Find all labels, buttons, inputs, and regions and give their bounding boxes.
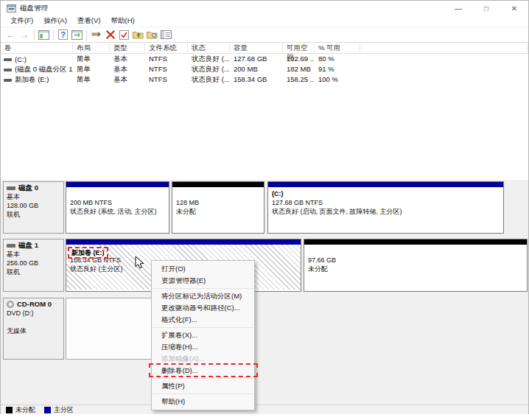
action-pointer-icon[interactable] — [89, 29, 103, 41]
menu-item-extend-volume[interactable]: 扩展卷(X)... — [152, 329, 254, 341]
back-icon[interactable]: ← — [4, 29, 18, 41]
disk-type: 基本 — [7, 250, 61, 259]
toolbar: ← → ? — [1, 27, 528, 43]
minimize-button[interactable]: — — [444, 1, 472, 15]
partition-c-drive[interactable]: (C:) 127.68 GB NTFS 状态良好 (启动, 页面文件, 故障转储… — [267, 181, 504, 234]
folder-up-icon[interactable] — [131, 29, 145, 41]
table-cell[interactable]: 状态良好 (... — [188, 64, 230, 74]
app-icon — [7, 4, 16, 13]
details-pane-icon[interactable] — [159, 29, 173, 41]
table-cell[interactable]: 200 MB — [230, 64, 283, 74]
table-cell[interactable]: 158.34 GB — [230, 74, 283, 85]
disk-0-label-panel[interactable]: 磁盘 0 基本 128.00 GB 联机 — [3, 181, 64, 234]
volume-icon — [4, 58, 12, 61]
table-cell[interactable]: NTFS — [145, 54, 188, 64]
menu-file[interactable]: 文件(F) — [5, 16, 38, 26]
column-header-filesystem[interactable]: 文件系统 — [145, 43, 188, 54]
table-cell[interactable]: 91 % — [315, 64, 360, 74]
table-cell[interactable]: 158.25 ... — [283, 74, 315, 85]
column-header-free-space[interactable]: 可用空间 — [283, 43, 315, 54]
delete-volume-icon[interactable] — [103, 29, 117, 41]
properties-check-icon[interactable] — [117, 29, 131, 41]
mouse-cursor — [135, 256, 144, 270]
primary-partition-bar — [66, 182, 169, 187]
table-cell[interactable]: 简单 — [73, 74, 110, 85]
partition-system-200mb[interactable]: 200 MB NTFS 状态良好 (系统, 活动, 主分区) — [66, 181, 169, 234]
forward-icon[interactable]: → — [18, 29, 32, 41]
table-cell[interactable]: NTFS — [145, 64, 188, 74]
toolbar-separator — [86, 29, 87, 41]
table-cell[interactable]: 状态良好 (... — [188, 74, 230, 85]
cdrom-0-row: CD-ROM 0 DVD (D:) 无媒体 — [3, 298, 516, 360]
menu-separator — [153, 327, 253, 328]
menu-item-change-drive-letter[interactable]: 更改驱动器号和路径(C)... — [152, 302, 254, 314]
folder-view-icon[interactable] — [145, 29, 159, 41]
menu-separator — [153, 288, 253, 289]
table-cell[interactable]: NTFS — [145, 74, 188, 85]
table-row-volume-name[interactable]: (磁盘 0 磁盘分区 1) — [1, 64, 73, 74]
unallocated-partition-bar — [172, 182, 264, 187]
menu-item-format[interactable]: 格式化(F)... — [152, 314, 254, 326]
disk-1-row: 磁盘 1 基本 256.00 GB 联机 新加卷 (E:) 158.34 GB … — [3, 239, 528, 292]
menu-item-properties[interactable]: 属性(P) — [152, 380, 254, 392]
menu-item-add-mirror: 添加镜像(A)... — [152, 353, 254, 365]
menu-view[interactable]: 查看(V) — [72, 16, 106, 26]
table-cell[interactable]: 简单 — [73, 54, 110, 64]
table-row-volume-name[interactable]: (C:) — [1, 54, 73, 64]
graphical-view-pane: 磁盘 0 基本 128.00 GB 联机 200 MB NTFS 状态良好 (系… — [1, 180, 528, 405]
table-cell[interactable]: 基本 — [110, 74, 145, 85]
menu-item-mark-active[interactable]: 将分区标记为活动分区(M) — [152, 290, 254, 302]
table-cell[interactable]: 127.68 GB — [230, 54, 283, 64]
disk-status: 联机 — [7, 210, 61, 219]
volume-list-pane: 卷 布局 类型 文件系统 状态 容量 可用空间 % 可用 (C:) 简单 基本 … — [1, 43, 528, 180]
maximize-button[interactable]: □ — [472, 1, 500, 15]
column-header-capacity[interactable]: 容量 — [230, 43, 283, 54]
disk-type: 基本 — [7, 192, 61, 201]
menu-help[interactable]: 帮助(H) — [105, 16, 139, 26]
table-cell[interactable]: 基本 — [110, 54, 145, 64]
table-cell[interactable]: 简单 — [73, 64, 110, 74]
legend-unallocated-swatch — [6, 407, 13, 413]
partition-unallocated-128mb[interactable]: 128 MB 未分配 — [172, 181, 264, 234]
column-header-layout[interactable]: 布局 — [73, 43, 110, 54]
table-cell-empty — [360, 74, 528, 85]
menu-item-delete-volume[interactable]: 删除卷(D)... — [152, 365, 254, 377]
menu-item-help[interactable]: 帮助(H) — [152, 396, 254, 407]
menu-action[interactable]: 操作(A) — [38, 16, 72, 26]
table-row-volume-name[interactable]: 新加卷 (E:) — [1, 74, 73, 85]
partition-unallocated-97gb[interactable]: 97.66 GB 未分配 — [304, 239, 528, 292]
primary-partition-bar — [268, 182, 503, 187]
disk-status: 联机 — [7, 267, 61, 276]
table-cell[interactable]: 102.69 ... — [283, 54, 315, 64]
show-console-tree-icon[interactable] — [37, 29, 51, 41]
menu-bar: 文件(F) 操作(A) 查看(V) 帮助(H) — [1, 15, 528, 27]
table-cell[interactable]: 100 % — [315, 74, 360, 85]
volume-label-red-highlight: 新加卷 (E:) — [68, 247, 108, 259]
menu-item-shrink-volume[interactable]: 压缩卷(H)... — [152, 341, 254, 353]
table-cell[interactable]: 基本 — [110, 64, 145, 74]
column-header-status[interactable]: 状态 — [188, 43, 230, 54]
table-cell[interactable]: 182 MB — [283, 64, 315, 74]
column-header-volume[interactable]: 卷 — [1, 43, 73, 54]
disk-management-window: 磁盘管理 — □ ✕ 文件(F) 操作(A) 查看(V) 帮助(H) ← → ? — [0, 0, 529, 414]
disk-1-label-panel[interactable]: 磁盘 1 基本 256.00 GB 联机 — [3, 239, 64, 292]
disk-size: 256.00 GB — [7, 259, 61, 267]
toolbar-separator — [34, 29, 35, 41]
table-cell[interactable]: 状态良好 (... — [188, 54, 230, 64]
help-icon[interactable]: ? — [56, 29, 70, 41]
cdrom-0-label-panel[interactable]: CD-ROM 0 DVD (D:) 无媒体 — [3, 298, 64, 360]
legend-primary-label: 主分区 — [54, 405, 74, 415]
menu-item-explorer[interactable]: 资源管理器(E) — [152, 275, 254, 287]
column-header-percent-free[interactable]: % 可用 — [315, 43, 360, 54]
table-cell-empty — [360, 64, 528, 74]
legend-primary-swatch — [44, 407, 51, 413]
close-button[interactable]: ✕ — [500, 1, 528, 15]
cdrom-drive-letter: DVD (D:) — [7, 309, 61, 318]
show-action-pane-icon[interactable] — [70, 29, 84, 41]
menu-separator — [153, 378, 253, 379]
menu-item-open[interactable]: 打开(O) — [152, 263, 254, 275]
table-cell[interactable]: 80 % — [315, 54, 360, 64]
volume-table: 卷 布局 类型 文件系统 状态 容量 可用空间 % 可用 (C:) 简单 基本 … — [1, 43, 528, 85]
column-header-type[interactable]: 类型 — [110, 43, 145, 54]
disk-icon — [7, 186, 15, 190]
